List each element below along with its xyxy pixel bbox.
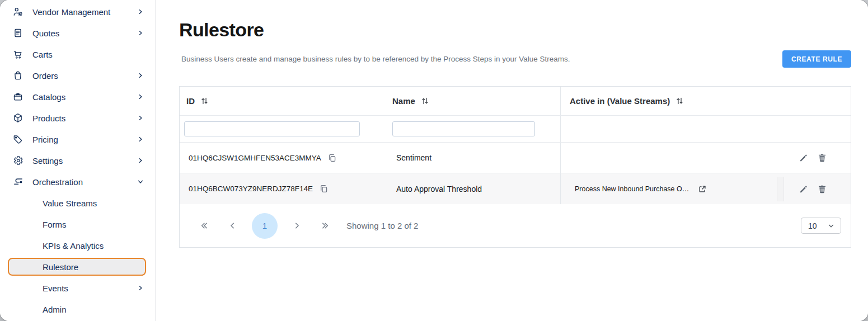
trash-icon[interactable] [817, 184, 827, 194]
column-header-name: Name [392, 96, 415, 106]
rules-table: ID Name Active in (Value Streams) [179, 86, 851, 248]
sidebar-subitem-label: KPIs & Analytics [43, 241, 104, 251]
chevron-right-icon [137, 72, 144, 79]
sidebar-item-carts[interactable]: Carts [0, 44, 155, 65]
sidebar-item-label: Quotes [32, 29, 137, 38]
sidebar-subitem-label: Rulestore [43, 262, 78, 272]
pagination-summary: Showing 1 to 2 of 2 [346, 221, 418, 230]
table-row: 01HQ6CJSW1GMHFEN53ACE3MMYA Sentiment [180, 143, 851, 173]
table-header-row: ID Name Active in (Value Streams) [180, 87, 851, 116]
sidebar-subitem-value-streams[interactable]: Value Streams [0, 192, 155, 214]
sidebar-subitem-admin[interactable]: Admin [0, 299, 155, 320]
copy-icon[interactable] [318, 183, 329, 194]
trash-icon[interactable] [817, 153, 827, 163]
next-page-button[interactable] [292, 221, 302, 230]
chevron-right-icon [137, 30, 144, 36]
page-title: Rulestore [179, 19, 868, 41]
page-size-value: 10 [808, 221, 817, 230]
sidebar: Vendor Management Quotes Carts Orders [0, 0, 156, 321]
rule-id: 01HQ6BCW073YZ9NERDJZ78F14E [180, 185, 313, 193]
sidebar-subitem-label: Forms [43, 220, 67, 229]
main-content: Rulestore Business Users create and mana… [156, 0, 868, 321]
table-row: 01HQ6BCW073YZ9NERDJZ78F14E Auto Approval… [180, 173, 851, 204]
sort-icon[interactable] [200, 96, 209, 106]
cube-icon [12, 112, 24, 124]
sidebar-subitem-label: Events [43, 284, 137, 293]
cart-icon [12, 49, 24, 60]
sidebar-item-label: Products [32, 114, 137, 123]
sidebar-item-orders[interactable]: Orders [0, 65, 155, 86]
last-page-button[interactable] [321, 221, 330, 230]
app-window: Vendor Management Quotes Carts Orders [0, 0, 868, 321]
flow-icon [12, 176, 24, 187]
table-footer: 1 Showing 1 to 2 of 2 10 [180, 204, 851, 247]
sidebar-item-products[interactable]: Products [0, 107, 155, 129]
briefcase-icon [12, 91, 24, 102]
chevron-right-icon [137, 136, 144, 143]
sidebar-item-label: Orders [32, 71, 137, 81]
page-subtitle: Business Users create and manage busines… [181, 55, 570, 63]
sort-icon[interactable] [420, 96, 430, 106]
sidebar-subitem-label: Admin [43, 305, 67, 314]
chevron-down-icon [827, 222, 835, 230]
sidebar-item-catalogs[interactable]: Catalogs [0, 86, 155, 107]
sidebar-subitem-forms[interactable]: Forms [0, 214, 155, 235]
sidebar-item-settings[interactable]: Settings [0, 150, 155, 171]
chevron-right-icon [137, 157, 144, 164]
previous-page-button[interactable] [228, 221, 237, 230]
user-cog-icon [12, 6, 24, 17]
rule-name: Auto Approval Threshold [388, 185, 482, 193]
sidebar-subitem-label: Value Streams [43, 199, 97, 208]
column-header-active-in: Active in (Value Streams) [570, 96, 670, 106]
sidebar-item-label: Catalogs [32, 92, 137, 102]
sidebar-subitem-events[interactable]: Events [0, 277, 155, 299]
sidebar-item-vendor-management[interactable]: Vendor Management [0, 1, 155, 22]
page-size-select[interactable]: 10 [801, 218, 841, 234]
id-filter-input[interactable] [184, 121, 360, 136]
external-link-icon[interactable] [697, 184, 707, 194]
sidebar-item-label: Vendor Management [32, 7, 137, 17]
sidebar-item-orchestration[interactable]: Orchestration [0, 171, 155, 192]
document-icon [12, 27, 24, 39]
sidebar-item-label: Settings [32, 156, 137, 166]
name-filter-input[interactable] [392, 121, 535, 136]
sidebar-item-label: Carts [32, 50, 144, 59]
sidebar-subitem-kpis-analytics[interactable]: KPIs & Analytics [0, 235, 155, 256]
chevron-down-icon [137, 178, 144, 185]
chevron-right-icon [137, 115, 144, 121]
bag-icon [12, 70, 24, 81]
gear-icon [12, 155, 24, 166]
sidebar-item-pricing[interactable]: Pricing [0, 129, 155, 150]
divider [777, 177, 784, 201]
pencil-icon[interactable] [799, 184, 809, 194]
pencil-icon[interactable] [799, 153, 809, 163]
sidebar-subitem-rulestore-active[interactable]: Rulestore [8, 258, 146, 276]
chevron-right-icon [137, 93, 144, 100]
first-page-button[interactable] [199, 221, 209, 230]
tag-icon [12, 134, 24, 145]
sidebar-item-quotes[interactable]: Quotes [0, 22, 155, 44]
sort-icon[interactable] [675, 96, 684, 106]
chevron-right-icon [137, 285, 144, 291]
copy-icon[interactable] [327, 153, 337, 163]
chevron-right-icon [137, 8, 144, 15]
rule-id: 01HQ6CJSW1GMHFEN53ACE3MMYA [180, 154, 321, 162]
sidebar-item-label: Pricing [32, 135, 137, 144]
current-page-button[interactable]: 1 [252, 213, 278, 239]
create-rule-button[interactable]: CREATE RULE [782, 50, 851, 68]
active-in-value: Process New Inbound Purchase Or... [561, 185, 689, 193]
table-filter-row [180, 116, 851, 143]
column-header-id: ID [186, 96, 195, 106]
rule-name: Sentiment [388, 153, 431, 162]
sidebar-item-label: Orchestration [32, 177, 137, 187]
